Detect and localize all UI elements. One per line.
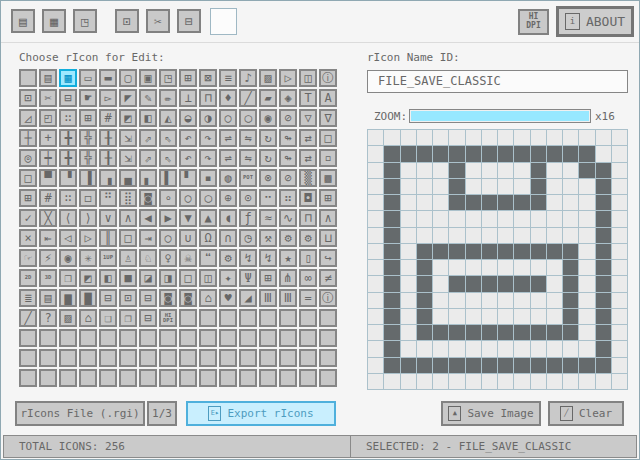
icon-grid-cell[interactable] bbox=[99, 329, 117, 347]
pixel-cell[interactable] bbox=[498, 179, 513, 194]
pixel-cell[interactable] bbox=[466, 293, 481, 308]
pixel-cell[interactable] bbox=[368, 130, 383, 145]
pixel-cell[interactable] bbox=[612, 211, 627, 226]
icon-grid-cell[interactable]: ▪ bbox=[199, 169, 217, 187]
icon-grid-cell[interactable]: ▰ bbox=[259, 89, 277, 107]
icon-grid-cell[interactable]: ❏ bbox=[99, 309, 117, 327]
export-ricons-button[interactable]: E▸ Export rIcons bbox=[186, 401, 336, 426]
pixel-cell[interactable] bbox=[401, 195, 416, 210]
pixel-cell[interactable] bbox=[417, 309, 432, 324]
icon-grid-cell[interactable] bbox=[39, 369, 57, 387]
copy-button[interactable]: ⊡ bbox=[115, 9, 139, 33]
pixel-cell[interactable] bbox=[368, 211, 383, 226]
pixel-cell[interactable] bbox=[596, 358, 611, 373]
pixel-cell[interactable] bbox=[579, 341, 594, 356]
pixel-cell[interactable] bbox=[596, 195, 611, 210]
icon-grid-cell[interactable] bbox=[239, 369, 257, 387]
icon-grid-cell[interactable]: ↪ bbox=[319, 249, 337, 267]
icon-grid-cell[interactable]: ♀ bbox=[159, 249, 177, 267]
icon-grid-cell[interactable]: ◯ bbox=[239, 109, 257, 127]
icon-grid-cell[interactable]: ▷ bbox=[279, 69, 297, 87]
icon-grid-cell[interactable]: ■ bbox=[119, 269, 137, 287]
pixel-cell[interactable] bbox=[384, 325, 399, 340]
icon-grid-cell[interactable] bbox=[79, 329, 97, 347]
pixel-cell[interactable] bbox=[368, 163, 383, 178]
pixel-cell[interactable] bbox=[449, 244, 464, 259]
icon-grid-cell[interactable]: ✎ bbox=[139, 89, 157, 107]
icon-name-input[interactable]: FILE_SAVE_CLASSIC bbox=[367, 70, 628, 93]
icon-grid-cell[interactable]: ◑ bbox=[199, 109, 217, 127]
icon-grid-cell[interactable] bbox=[219, 369, 237, 387]
icon-grid-cell[interactable]: ⊔ bbox=[319, 229, 337, 247]
pixel-cell[interactable] bbox=[449, 358, 464, 373]
icon-grid-cell[interactable]: ⇄ bbox=[299, 129, 317, 147]
pixel-cell[interactable] bbox=[417, 146, 432, 161]
icon-grid-cell[interactable]: ⊘ bbox=[279, 109, 297, 127]
icon-grid-cell[interactable]: ⓘ bbox=[319, 289, 337, 307]
pixel-cell[interactable] bbox=[417, 325, 432, 340]
icon-grid-cell[interactable]: □ bbox=[119, 229, 137, 247]
pixel-cell[interactable] bbox=[433, 244, 448, 259]
icon-grid-cell[interactable]: ⚙ bbox=[279, 229, 297, 247]
icon-grid-cell[interactable]: ⊟ bbox=[99, 289, 117, 307]
pixel-cell[interactable] bbox=[433, 228, 448, 243]
icon-grid-cell[interactable]: # bbox=[99, 109, 117, 127]
pixel-cell[interactable] bbox=[449, 146, 464, 161]
icon-grid-cell[interactable]: ▄ bbox=[119, 169, 137, 187]
icon-grid-cell[interactable]: ╋ bbox=[59, 129, 77, 147]
pixel-cell[interactable] bbox=[563, 341, 578, 356]
pixel-cell[interactable] bbox=[368, 179, 383, 194]
pixel-cell[interactable] bbox=[449, 260, 464, 275]
icon-grid-cell[interactable] bbox=[299, 349, 317, 367]
pixel-cell[interactable] bbox=[466, 325, 481, 340]
icon-grid-cell[interactable]: ▀ bbox=[39, 169, 57, 187]
pixel-cell[interactable] bbox=[433, 211, 448, 226]
pixel-cell[interactable] bbox=[482, 293, 497, 308]
icon-grid-cell[interactable] bbox=[259, 309, 277, 327]
pixel-cell[interactable] bbox=[579, 146, 594, 161]
icon-grid-cell[interactable] bbox=[319, 349, 337, 367]
pixel-cell[interactable] bbox=[417, 293, 432, 308]
icon-grid-cell[interactable]: ▷ bbox=[79, 229, 97, 247]
icon-grid-cell[interactable]: ≡ bbox=[219, 69, 237, 87]
pixel-cell[interactable] bbox=[433, 358, 448, 373]
icon-grid-cell[interactable]: ▤ bbox=[39, 69, 57, 87]
icon-grid-cell[interactable]: ◯ bbox=[199, 189, 217, 207]
pixel-cell[interactable] bbox=[449, 211, 464, 226]
icon-grid-cell[interactable] bbox=[159, 349, 177, 367]
pixel-cell[interactable] bbox=[417, 244, 432, 259]
pixel-cell[interactable] bbox=[384, 244, 399, 259]
pixel-cell[interactable] bbox=[368, 374, 383, 389]
pixel-cell[interactable] bbox=[482, 374, 497, 389]
icon-grid-cell[interactable] bbox=[319, 309, 337, 327]
icon-grid-cell[interactable]: ▣ bbox=[139, 69, 157, 87]
pixel-cell[interactable] bbox=[531, 341, 546, 356]
cut-button[interactable]: ✂ bbox=[146, 9, 170, 33]
icon-grid-cell[interactable] bbox=[59, 349, 77, 367]
icon-grid-cell[interactable]: ∇ bbox=[319, 109, 337, 127]
icon-grid-cell[interactable]: ⊞ bbox=[319, 189, 337, 207]
icon-grid-cell[interactable] bbox=[19, 369, 37, 387]
pixel-cell[interactable] bbox=[401, 130, 416, 145]
pixel-cell[interactable] bbox=[563, 358, 578, 373]
pixel-cell[interactable] bbox=[547, 130, 562, 145]
pixel-cell[interactable] bbox=[417, 179, 432, 194]
pixel-cell[interactable] bbox=[531, 146, 546, 161]
icon-grid-cell[interactable]: A bbox=[319, 89, 337, 107]
icon-grid-cell[interactable]: 1UP bbox=[99, 249, 117, 267]
pixel-cell[interactable] bbox=[433, 276, 448, 291]
icon-grid-cell[interactable]: ↬ bbox=[279, 149, 297, 167]
icon-grid-cell[interactable]: ║ bbox=[99, 229, 117, 247]
pixel-cell[interactable] bbox=[368, 244, 383, 259]
pixel-cell[interactable] bbox=[417, 276, 432, 291]
icon-grid-cell[interactable] bbox=[239, 349, 257, 367]
pixel-cell[interactable] bbox=[433, 341, 448, 356]
pixel-cell[interactable] bbox=[401, 228, 416, 243]
icon-grid-cell[interactable]: ⊥ bbox=[179, 89, 197, 107]
paste-button[interactable]: ⊟ bbox=[177, 9, 201, 33]
pixel-cell[interactable] bbox=[384, 146, 399, 161]
icon-grid-cell[interactable]: ✦ bbox=[219, 269, 237, 287]
pixel-cell[interactable] bbox=[482, 244, 497, 259]
pixel-cell[interactable] bbox=[498, 358, 513, 373]
pixel-cell[interactable] bbox=[417, 341, 432, 356]
